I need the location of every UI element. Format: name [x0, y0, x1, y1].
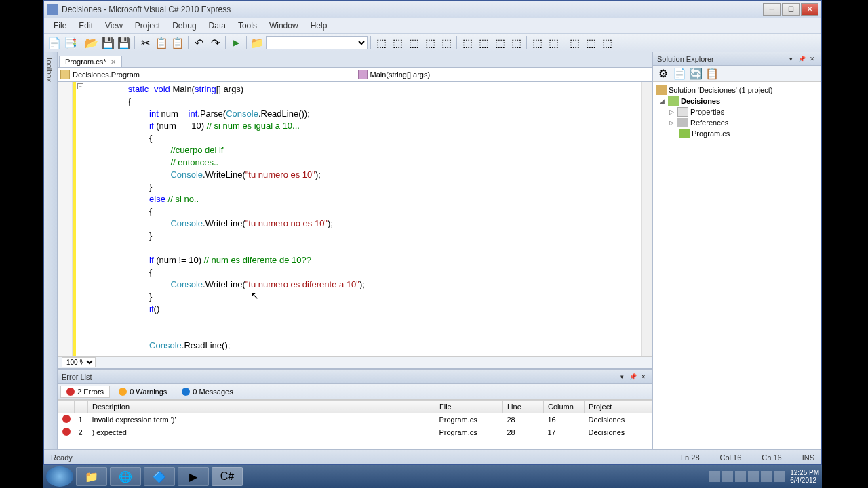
- open-button[interactable]: 📂: [84, 35, 99, 50]
- taskbar[interactable]: 📁 🌐 🔷 ▶ C# 12:25 PM 6/4/2012: [43, 465, 822, 488]
- messages-tab[interactable]: 0 Messages: [176, 386, 239, 398]
- zoom-dropdown[interactable]: 100 %: [62, 357, 96, 367]
- tb-icon[interactable]: ⬚: [567, 35, 582, 50]
- code-content[interactable]: static void Main(string[] args) { int nu…: [85, 82, 641, 356]
- system-tray[interactable]: 12:25 PM 6/4/2012: [709, 469, 819, 484]
- pin-icon[interactable]: 📌: [628, 372, 637, 382]
- solution-explorer-header[interactable]: Solution Explorer ▾ 📌 ✕: [653, 52, 821, 66]
- menu-file[interactable]: File: [48, 20, 72, 32]
- maximize-button[interactable]: ☐: [782, 3, 800, 16]
- tb-icon[interactable]: ⬚: [460, 35, 475, 50]
- code-editor[interactable]: − static void Main(string[] args) { int …: [58, 82, 652, 356]
- tree-project[interactable]: ◢ Decisiones: [656, 96, 818, 106]
- tb-icon[interactable]: ⬚: [599, 35, 614, 50]
- tab-close-icon[interactable]: ✕: [111, 58, 116, 66]
- menu-project[interactable]: Project: [130, 20, 165, 32]
- tb-icon[interactable]: ⬚: [583, 35, 598, 50]
- tree-solution[interactable]: Solution 'Decisiones' (1 project): [656, 85, 818, 96]
- dropdown-icon[interactable]: ▾: [786, 54, 795, 64]
- tray-icon[interactable]: [774, 471, 785, 482]
- col-line[interactable]: Line: [503, 401, 544, 413]
- refresh-button[interactable]: 🔄: [688, 66, 703, 81]
- tb-icon[interactable]: ⬚: [546, 35, 561, 50]
- expander-icon[interactable]: ◢: [660, 98, 668, 104]
- tb-icon[interactable]: ⬚: [374, 35, 389, 50]
- toolbox-tab[interactable]: Toolbox: [44, 52, 58, 449]
- config-dropdown[interactable]: [266, 36, 368, 49]
- tray-icon[interactable]: [748, 471, 759, 482]
- class-dropdown[interactable]: Decisiones.Program: [58, 68, 355, 81]
- error-list-header[interactable]: Error List ▾ 📌 ✕: [58, 370, 652, 384]
- clock[interactable]: 12:25 PM 6/4/2012: [790, 469, 819, 484]
- add-item-button[interactable]: 📑: [63, 35, 78, 50]
- col-file[interactable]: File: [435, 401, 503, 413]
- collapse-icon[interactable]: −: [77, 83, 83, 89]
- paste-button[interactable]: 📋: [170, 35, 185, 50]
- new-project-button[interactable]: 📄: [47, 35, 62, 50]
- method-dropdown[interactable]: Main(string[] args): [355, 68, 653, 81]
- tray-icon[interactable]: [709, 471, 720, 482]
- col-icon[interactable]: [58, 401, 75, 413]
- tb-icon[interactable]: ⬚: [530, 35, 545, 50]
- tb-icon[interactable]: ⬚: [509, 35, 524, 50]
- titlebar[interactable]: Decisiones - Microsoft Visual C# 2010 Ex…: [44, 1, 821, 18]
- tb-icon[interactable]: ⬚: [492, 35, 507, 50]
- expander-icon[interactable]: ▷: [669, 108, 677, 115]
- save-button[interactable]: 💾: [100, 35, 115, 50]
- menu-edit[interactable]: Edit: [73, 20, 98, 32]
- status-col: Col 16: [720, 453, 742, 462]
- menu-data[interactable]: Data: [203, 20, 231, 32]
- solution-tree[interactable]: Solution 'Decisiones' (1 project) ◢ Deci…: [653, 82, 821, 449]
- tree-references[interactable]: ▷ References: [656, 117, 818, 128]
- tray-icon[interactable]: [722, 471, 733, 482]
- tree-file-program[interactable]: Program.cs: [656, 128, 818, 139]
- redo-button[interactable]: ↷: [208, 35, 222, 50]
- vertical-scrollbar[interactable]: [641, 82, 652, 356]
- tray-icon[interactable]: [735, 471, 746, 482]
- pin-icon[interactable]: 📌: [797, 54, 806, 64]
- tb-icon[interactable]: ⬚: [422, 35, 437, 50]
- col-num[interactable]: [75, 401, 88, 413]
- close-icon[interactable]: ✕: [639, 372, 648, 382]
- col-column[interactable]: Column: [544, 401, 585, 413]
- menu-window[interactable]: Window: [264, 20, 304, 32]
- tb-icon[interactable]: ⬚: [406, 35, 421, 50]
- start-button[interactable]: [46, 466, 73, 487]
- file-tab-program[interactable]: Program.cs* ✕: [59, 56, 122, 67]
- tb-icon[interactable]: ⬚: [439, 35, 454, 50]
- tree-properties[interactable]: ▷ Properties: [656, 106, 818, 117]
- dropdown-icon[interactable]: ▾: [617, 372, 627, 382]
- task-app[interactable]: ▶: [178, 467, 209, 486]
- menu-tools[interactable]: Tools: [233, 20, 262, 32]
- col-description[interactable]: Description: [88, 401, 435, 413]
- close-button[interactable]: ✕: [801, 3, 818, 16]
- error-row[interactable]: 1 Invalid expression term ')' Program.cs…: [58, 413, 652, 426]
- menu-debug[interactable]: Debug: [167, 20, 201, 32]
- task-chrome[interactable]: 🌐: [110, 467, 141, 486]
- show-all-button[interactable]: 📄: [672, 66, 687, 81]
- minimize-button[interactable]: ─: [763, 3, 781, 16]
- tray-icon[interactable]: [761, 471, 772, 482]
- cut-button[interactable]: ✂: [138, 35, 153, 50]
- view-code-button[interactable]: 📋: [705, 66, 719, 81]
- close-icon[interactable]: ✕: [808, 54, 817, 64]
- properties-button[interactable]: ⚙: [656, 66, 671, 81]
- expander-icon[interactable]: ▷: [669, 119, 677, 126]
- tb-icon[interactable]: ⬚: [476, 35, 491, 50]
- undo-button[interactable]: ↶: [191, 35, 206, 50]
- task-visual-studio[interactable]: C#: [212, 467, 243, 486]
- tb-icon[interactable]: ⬚: [390, 35, 405, 50]
- menu-view[interactable]: View: [100, 20, 128, 32]
- warnings-tab[interactable]: 0 Warnings: [113, 386, 173, 398]
- start-debug-button[interactable]: ▶: [229, 35, 243, 50]
- task-app[interactable]: 🔷: [144, 467, 175, 486]
- error-row[interactable]: 2 ) expected Program.cs 28 17 Decisiones: [58, 426, 652, 439]
- menu-help[interactable]: Help: [305, 20, 333, 32]
- error-table[interactable]: Description File Line Column Project 1 I…: [58, 400, 652, 449]
- task-explorer[interactable]: 📁: [76, 467, 107, 486]
- col-project[interactable]: Project: [585, 401, 652, 413]
- save-all-button[interactable]: 💾: [117, 35, 132, 50]
- errors-tab[interactable]: 2 Errors: [60, 386, 110, 398]
- config-button[interactable]: 📁: [250, 35, 264, 50]
- copy-button[interactable]: 📋: [154, 35, 169, 50]
